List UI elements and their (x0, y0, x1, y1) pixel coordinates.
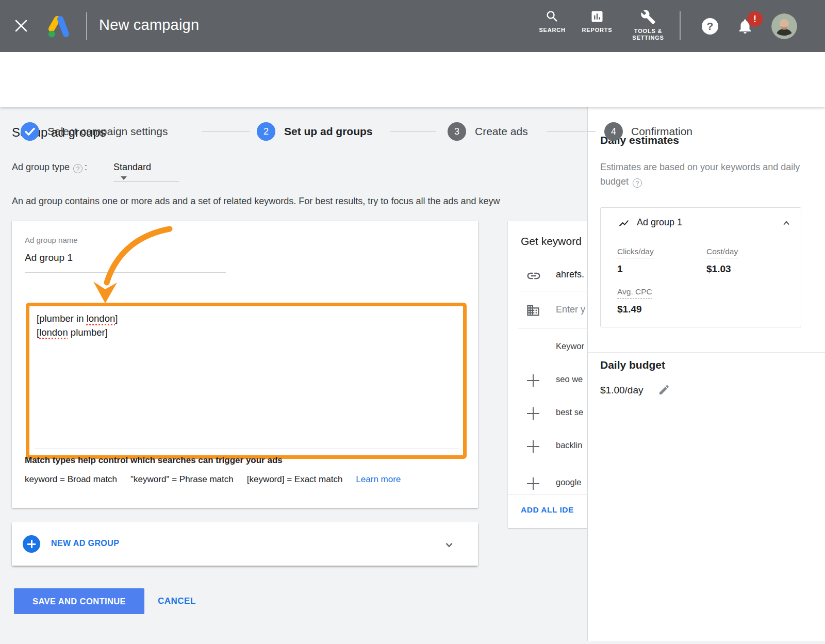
step-4-label[interactable]: Confirmation (631, 125, 692, 138)
clicks-day-label: Clicks/day (617, 247, 654, 258)
topbar-divider (86, 12, 87, 40)
sidebar-divider (588, 352, 825, 353)
estimates-note: Estimates are based on your keywords and… (600, 160, 809, 189)
daily-estimates-sidebar: Daily estimates Estimates are based on y… (587, 107, 825, 641)
reports-icon (572, 9, 622, 24)
step-2-circle[interactable]: 2 (257, 122, 275, 141)
ad-group-name-input[interactable]: Ad group 1 (25, 252, 73, 263)
keyword-idea[interactable]: backlin (556, 440, 582, 450)
misspelled-word: london (87, 313, 116, 324)
ad-group-card: Ad group name Ad group 1 [plumber in lon… (12, 221, 478, 508)
trend-icon (617, 218, 631, 231)
colon: : (85, 162, 87, 172)
help-circle-icon[interactable]: ? (73, 164, 82, 173)
match-types-line: keyword = Broad match"keyword" = Phrase … (25, 474, 414, 485)
nav-search[interactable]: SEARCH (527, 9, 577, 34)
step-2-label[interactable]: Set up ad groups (284, 125, 373, 138)
step-3-circle[interactable]: 3 (448, 122, 466, 141)
cost-day-value: $1.03 (706, 263, 731, 275)
learn-more-link[interactable]: Learn more (356, 474, 401, 484)
avatar[interactable] (771, 13, 797, 39)
chevron-down-icon[interactable] (442, 538, 456, 553)
page-title: New campaign (99, 16, 199, 34)
new-ad-group-button[interactable]: NEW AD GROUP (51, 539, 119, 548)
topbar-divider (680, 11, 681, 40)
notification-badge: ! (747, 11, 763, 27)
link-icon (526, 268, 541, 286)
ad-group-type-dropdown[interactable]: Standard (113, 162, 151, 184)
keyword-ideas-heading: Get keyword (521, 235, 582, 247)
match-types-heading: Match types help control which searches … (25, 455, 283, 466)
misspelled-word: london (39, 327, 68, 338)
close-icon[interactable] (12, 17, 30, 35)
nav-tools-settings[interactable]: TOOLS & SETTINGS (623, 9, 673, 41)
add-keyword-icon[interactable] (527, 477, 539, 490)
input-underline (25, 272, 226, 273)
ad-group-estimate-card: Ad group 1 Clicks/day 1 Cost/day $1.03 A… (600, 207, 801, 327)
keyword-idea[interactable]: seo we (556, 374, 583, 384)
new-ad-group-card[interactable]: NEW AD GROUP (12, 522, 478, 566)
broad-match: keyword = Broad match (25, 474, 117, 484)
keywords-text: [plumber in london] [london plumber] (37, 311, 118, 339)
keyword-idea[interactable]: google (556, 477, 582, 487)
help-circle-icon[interactable]: ? (633, 178, 642, 188)
search-icon (527, 9, 577, 24)
save-and-continue-button[interactable]: SAVE AND CONTINUE (14, 588, 144, 614)
daily-budget-value: $1.00/day (600, 385, 643, 396)
chevron-up-icon[interactable] (780, 217, 793, 232)
nav-reports[interactable]: REPORTS (572, 9, 622, 34)
stepper-connector (547, 131, 596, 132)
exact-match: [keyword] = Exact match (247, 474, 343, 484)
avg-cpc-label: Avg. CPC (617, 287, 652, 299)
edit-pencil-icon[interactable] (658, 384, 670, 396)
keyword-idea[interactable]: best se (556, 407, 583, 417)
google-ads-new-campaign-page: New campaign SEARCH REPORTS TOOLS & SETT… (0, 0, 825, 644)
clicks-day-value: 1 (617, 263, 623, 275)
add-keyword-icon[interactable] (527, 440, 539, 453)
cancel-button[interactable]: CANCEL (158, 596, 196, 606)
step-4-circle[interactable]: 4 (604, 122, 623, 141)
business-input-placeholder[interactable]: Enter y (556, 304, 585, 315)
step-3-label[interactable]: Create ads (475, 125, 528, 138)
help-icon[interactable]: ? (702, 18, 718, 35)
top-app-bar: New campaign SEARCH REPORTS TOOLS & SETT… (0, 0, 825, 52)
add-all-ideas-button[interactable]: ADD ALL IDE (521, 505, 574, 515)
add-keyword-icon[interactable] (527, 407, 539, 420)
wrench-icon (623, 9, 673, 25)
stepper-connector (390, 131, 436, 132)
textarea-underline (35, 449, 459, 449)
add-keyword-icon[interactable] (527, 374, 539, 387)
stepper-connector (202, 131, 250, 132)
website-url-row[interactable]: ahrefs. (556, 269, 584, 280)
cost-day-label: Cost/day (706, 247, 738, 258)
ad-group-type-row: Ad group type?: Standard (12, 162, 87, 177)
annotation-arrow (74, 222, 182, 311)
keywords-textarea[interactable]: [plumber in london] [london plumber] (26, 303, 467, 459)
caret-down-icon (121, 176, 127, 180)
ad-group-name-label: Ad group name (25, 236, 78, 244)
step-1-label[interactable]: Select campaign settings (47, 125, 168, 138)
plus-circle-icon (23, 535, 40, 553)
ad-group-description: An ad group contains one or more ads and… (12, 196, 586, 207)
building-icon (526, 303, 540, 320)
google-ads-logo-icon[interactable] (46, 14, 71, 39)
dropdown-underline (113, 181, 179, 181)
phrase-match: "keyword" = Phrase match (130, 474, 234, 484)
step-1-done-circle[interactable] (21, 122, 39, 141)
estimate-card-title: Ad group 1 (637, 217, 682, 228)
daily-budget-heading: Daily budget (600, 359, 665, 371)
avg-cpc-value: $1.49 (617, 304, 642, 315)
progress-stepper: Select campaign settings 2 Set up ad gro… (0, 52, 825, 107)
keyword-ideas-column-header: Keywor (556, 341, 584, 351)
ad-group-type-label: Ad group type (12, 162, 70, 172)
